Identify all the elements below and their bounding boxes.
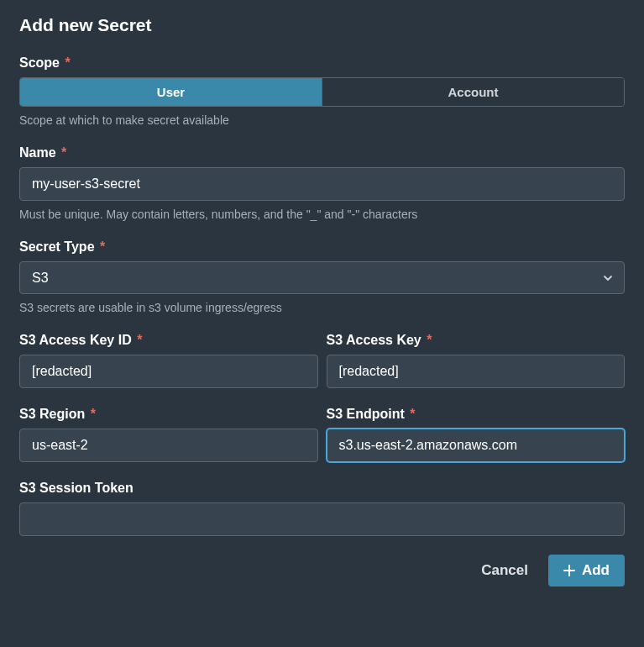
secret-type-label: Secret Type *: [19, 239, 625, 255]
s3-endpoint-label: S3 Endpoint *: [327, 407, 626, 422]
scope-option-account[interactable]: Account: [322, 78, 624, 106]
s3-session-token-label-text: S3 Session Token: [19, 481, 134, 495]
scope-label-text: Scope: [19, 55, 60, 70]
add-button-label: Add: [582, 562, 610, 579]
s3-region-input[interactable]: [19, 429, 318, 462]
scope-segmented: User Account: [19, 77, 625, 107]
secret-type-select-wrap: S3: [19, 261, 625, 294]
add-button[interactable]: Add: [548, 555, 625, 587]
secret-type-label-text: Secret Type: [19, 239, 95, 254]
name-field: Name * Must be unique. May contain lette…: [19, 145, 625, 221]
secret-type-select[interactable]: S3: [19, 261, 625, 294]
name-label: Name *: [19, 145, 625, 160]
required-mark: *: [65, 55, 70, 70]
s3-access-key-id-label-text: S3 Access Key ID: [19, 333, 132, 347]
name-hint: Must be unique. May contain letters, num…: [19, 208, 625, 221]
cancel-button[interactable]: Cancel: [478, 555, 531, 586]
s3-access-key-field: S3 Access Key *: [327, 333, 626, 388]
s3-region-label: S3 Region *: [19, 407, 318, 422]
s3-endpoint-field: S3 Endpoint *: [327, 407, 626, 462]
actions-row: Cancel Add: [19, 555, 625, 587]
s3-session-token-input[interactable]: [19, 502, 625, 536]
s3-session-token-label: S3 Session Token: [19, 481, 625, 496]
required-mark: *: [410, 407, 415, 421]
required-mark: *: [91, 407, 96, 421]
scope-option-user[interactable]: User: [20, 78, 322, 106]
s3-access-key-label: S3 Access Key *: [327, 333, 626, 348]
s3-access-key-id-label: S3 Access Key ID *: [19, 333, 318, 348]
name-input[interactable]: [19, 167, 625, 201]
required-mark: *: [61, 145, 66, 160]
s3-region-label-text: S3 Region: [19, 407, 85, 421]
s3-session-token-field: S3 Session Token: [19, 481, 625, 536]
required-mark: *: [100, 239, 105, 254]
secret-type-field: Secret Type * S3 S3 secrets are usable i…: [19, 239, 625, 314]
s3-endpoint-label-text: S3 Endpoint: [327, 407, 405, 421]
s3-access-key-input[interactable]: [327, 355, 626, 388]
scope-hint: Scope at which to make secret available: [19, 113, 625, 127]
scope-label: Scope *: [19, 55, 625, 71]
name-label-text: Name: [19, 145, 56, 160]
s3-access-key-label-text: S3 Access Key: [327, 333, 421, 347]
required-mark: *: [137, 333, 142, 347]
s3-endpoint-input[interactable]: [327, 429, 626, 462]
scope-field: Scope * User Account Scope at which to m…: [19, 55, 625, 127]
secret-type-hint: S3 secrets are usable in s3 volume ingre…: [19, 301, 625, 314]
s3-access-key-id-field: S3 Access Key ID *: [19, 333, 318, 388]
page-title: Add new Secret: [19, 15, 625, 35]
required-mark: *: [427, 333, 432, 347]
s3-region-field: S3 Region *: [19, 407, 318, 462]
s3-access-key-id-input[interactable]: [19, 355, 318, 388]
plus-icon: [563, 565, 575, 576]
